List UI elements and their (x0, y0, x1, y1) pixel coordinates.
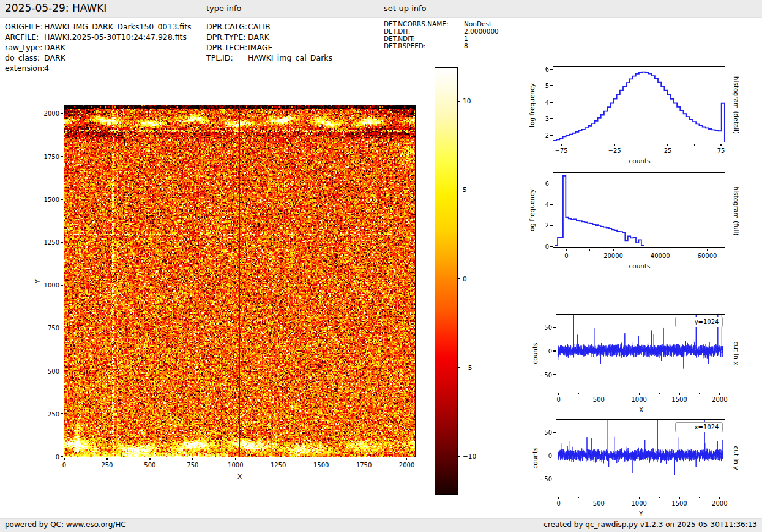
histogram-detail-canvas (553, 67, 725, 142)
main-image-plot (64, 105, 416, 457)
info-label: DET.RSPEED: (384, 42, 464, 50)
cut-in-y-legend: x=1024 (675, 422, 723, 432)
cut-in-x-plot: y=1024 (556, 314, 725, 391)
x-tick-label: 1500 (671, 500, 687, 507)
y-tick-label: −50 (531, 371, 552, 378)
y-tick (550, 102, 553, 102)
info-row: DPR.TYPE:DARK (206, 32, 332, 42)
x-tick-label: 20000 (603, 253, 623, 259)
x-tick (667, 144, 668, 146)
colorbar (435, 67, 458, 495)
x-tick (614, 144, 614, 146)
setup-info-block: DET.NCORRS.NAME:NonDest DET.DIT:2.000000… (384, 20, 499, 50)
cut-in-y-xlabel: Y (639, 510, 643, 517)
y-tick-label: 2 (528, 222, 549, 229)
x-tick-label: 500 (593, 500, 605, 507)
info-label: DPR.TECH: (206, 42, 248, 53)
y-tick-label: 4 (528, 99, 549, 106)
footer-left-text: powered by QC: www.eso.org/HC (5, 520, 126, 529)
info-label: DET.NDIT: (384, 35, 464, 42)
y-tick (61, 371, 63, 371)
info-row: ORIGFILE:HAWKI_IMG_DARK_Darks150_0013.fi… (5, 21, 192, 32)
x-tick-label: 0 (556, 396, 560, 403)
y-tick (61, 113, 63, 114)
info-label: DPR.CATG: (206, 21, 248, 32)
x-tick-label: 1750 (356, 462, 372, 468)
y-tick (550, 85, 553, 86)
x-tick (566, 249, 567, 251)
x-tick-label: 500 (144, 462, 155, 468)
cut-in-x-xlabel: X (639, 406, 643, 413)
colorbar-tick (458, 456, 460, 456)
x-tick-label: 2000 (712, 396, 727, 403)
x-tick (558, 393, 559, 395)
info-label: ORIGFILE: (5, 21, 44, 32)
info-row: DET.NCORRS.NAME:NonDest (384, 20, 499, 28)
info-row: TPL.ID:HAWKI_img_cal_Darks (206, 53, 332, 63)
footer-right-text: created by qc_rawdisp.py v1.2.3 on 2025-… (543, 520, 757, 529)
x-tick-label: 1000 (631, 396, 646, 403)
x-tick (679, 497, 679, 499)
info-label: DET.NCORRS.NAME: (384, 20, 464, 28)
y-tick-label: 1250 (39, 239, 59, 246)
info-value: 4 (44, 64, 49, 73)
colorbar-tick (458, 101, 460, 102)
info-value: DARK (44, 43, 65, 52)
histogram-full-xlabel: counts (629, 262, 650, 270)
x-tick (599, 393, 599, 395)
y-tick (553, 327, 556, 328)
x-tick (406, 458, 407, 460)
info-row: DET.NDIT:1 (384, 35, 499, 42)
x-tick-label: 40000 (651, 253, 670, 259)
y-tick-label: 3 (528, 115, 549, 122)
y-tick-label: 1000 (39, 282, 59, 289)
colorbar-tick-label: 0 (463, 275, 467, 283)
page-title: 2025-05-29: HAWKI (5, 2, 106, 14)
y-tick (553, 432, 556, 432)
colorbar-tick (458, 278, 460, 279)
x-minor-tick (699, 393, 700, 394)
histogram-full-side-label: histogram (full) (733, 186, 740, 235)
x-tick (707, 249, 708, 251)
info-row: ARCFILE:HAWKI.2025-05-30T10:24:47.928.fi… (5, 32, 192, 42)
y-tick (550, 225, 553, 226)
y-tick-label: 5 (528, 83, 549, 89)
y-tick (553, 350, 556, 351)
legend-line-sample (679, 427, 692, 427)
y-tick (61, 199, 63, 199)
y-tick-label: −50 (531, 476, 552, 482)
y-tick (550, 135, 553, 135)
info-value: HAWKI_IMG_DARK_Darks150_0013.fits (44, 22, 192, 31)
info-value: 8 (464, 42, 468, 50)
y-tick (61, 456, 63, 457)
info-value: HAWKI.2025-05-30T10:24:47.928.fits (44, 32, 187, 42)
colorbar-tick (458, 367, 460, 368)
info-label: extension: (5, 63, 44, 73)
info-value: DARK (44, 53, 65, 62)
x-tick (561, 144, 562, 146)
info-value: CALIB (248, 22, 271, 31)
info-label: DET.DIT: (384, 28, 464, 35)
x-tick-label: 0 (564, 253, 568, 259)
x-tick (639, 393, 640, 395)
legend-label: x=1024 (695, 424, 719, 430)
info-value: 1 (464, 35, 468, 42)
info-label: do_class: (5, 53, 44, 63)
x-tick (321, 458, 321, 460)
y-tick-label: 250 (39, 410, 59, 417)
x-tick-label: 2000 (712, 500, 727, 507)
x-minor-tick (699, 497, 700, 498)
y-tick-label: 50 (531, 324, 552, 331)
x-tick (149, 458, 150, 460)
histogram-detail-plot (553, 66, 725, 142)
x-tick (599, 497, 599, 499)
info-label: raw_type: (5, 42, 44, 53)
x-tick-label: 75 (717, 147, 725, 154)
x-tick-label: 1000 (228, 462, 243, 468)
x-tick (720, 144, 721, 146)
y-tick-label: 6 (528, 66, 549, 73)
y-tick (61, 156, 63, 157)
section-header-setup-info: set-up info (384, 4, 427, 13)
x-tick-label: 2000 (399, 462, 414, 468)
file-info-block: ORIGFILE:HAWKI_IMG_DARK_Darks150_0013.fi… (5, 21, 192, 73)
